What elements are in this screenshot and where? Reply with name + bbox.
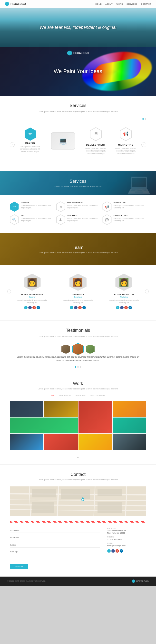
testimonial-avatar-1 xyxy=(61,344,71,354)
svg-text:🔍: 🔍 xyxy=(12,218,17,222)
dot-1[interactable] xyxy=(142,118,144,120)
map-svg xyxy=(10,486,146,516)
team-banner-text: Team Lorem ipsum dolor sit amet, consect… xyxy=(38,245,118,254)
team-card-terry: 👨 TERRY RICHARDSON Designer Lorem ipsum … xyxy=(11,271,53,312)
service-development: 🖥 DEVELOPMENT Lorem ipsum dolor sit amet… xyxy=(56,201,100,210)
testimonials-section: Testimonials Lorem ipsum dolor sit amet,… xyxy=(0,320,156,375)
work-item-2[interactable] xyxy=(44,401,78,417)
terry-twitter[interactable]: t xyxy=(24,306,27,309)
contact-google[interactable]: g xyxy=(116,549,119,553)
testimonial-quote: Lorem ipsum dolor sit amet, consectetur … xyxy=(15,355,141,363)
nav-home[interactable]: HOME xyxy=(95,3,102,5)
work-item-6-content xyxy=(113,418,146,434)
nav-contact[interactable]: CONTACT xyxy=(141,3,151,5)
team-prev-arrow[interactable]: ‹ xyxy=(7,290,11,294)
svg-text:📢: 📢 xyxy=(105,205,109,209)
dot-2[interactable] xyxy=(145,118,146,120)
work-item-3[interactable] xyxy=(78,401,112,434)
samantha-linkedin[interactable]: in xyxy=(82,306,86,309)
contact-map xyxy=(10,486,146,516)
email-input[interactable] xyxy=(10,535,100,540)
services-banner: 💻 Services Lorem ipsum dolor sit amet, c… xyxy=(0,171,156,195)
contact-subtitle: Lorem ipsum dolor sit amet, consectetur … xyxy=(10,478,146,482)
filter-branding[interactable]: BRANDING xyxy=(74,394,87,397)
service-seo-desc: Lorem ipsum dolor sit amet, consectetur … xyxy=(21,217,54,222)
submit-button[interactable]: SEND IT xyxy=(10,564,28,569)
work-item-4[interactable] xyxy=(113,401,146,417)
work-item-8-content xyxy=(44,434,78,450)
work-item-6[interactable] xyxy=(113,418,146,434)
nav-work[interactable]: WORK xyxy=(116,3,123,5)
work-item-5[interactable] xyxy=(10,418,78,434)
testimonials-title: Testimonials xyxy=(15,328,141,333)
t-dot-2[interactable] xyxy=(77,366,79,368)
samantha-google[interactable]: g xyxy=(78,306,82,309)
contact-form-area: SEND IT ADDRESS 1234 Lorem Ipsum St. New… xyxy=(10,528,146,569)
hero-text: We are fearless, independent & original xyxy=(40,25,117,30)
contact-section: Contact Lorem ipsum dolor sit amet, cons… xyxy=(0,464,156,576)
filter-photography[interactable]: PHOTOGRAPHY xyxy=(89,394,106,397)
testimonial-dots xyxy=(15,366,141,368)
work-item-1-content xyxy=(10,401,43,417)
name-input[interactable] xyxy=(10,528,100,533)
svg-text:✏: ✏ xyxy=(28,132,32,136)
work-item-1[interactable] xyxy=(10,401,43,417)
nav-about[interactable]: ABOUT xyxy=(105,3,113,5)
address-value: 1234 Lorem Ipsum St. xyxy=(107,530,146,532)
terry-linkedin[interactable]: in xyxy=(36,306,40,309)
work-item-3-content xyxy=(78,401,112,434)
member-alicia-desc: Lorem ipsum dolor sit amet, consectetur … xyxy=(105,299,143,304)
hero2-text: We Paint Your Ideas xyxy=(54,68,102,74)
services-grid: ✏ DESIGN Lorem ipsum dolor sit amet, con… xyxy=(0,195,156,233)
services1-title: Services xyxy=(10,103,146,108)
avatar-samantha: 👩 xyxy=(69,274,87,291)
service-dev-info: DEVELOPMENT Lorem ipsum dolor sit amet, … xyxy=(67,201,100,209)
terry-google[interactable]: g xyxy=(32,306,36,309)
alicia-twitter[interactable]: t xyxy=(116,306,120,309)
next-arrow[interactable]: › xyxy=(141,142,146,147)
svg-text:🖥: 🖥 xyxy=(59,205,62,209)
t-dot-1[interactable] xyxy=(75,366,76,368)
service-card-marketing: 📢 MARKETING Lorem ipsum dolor sit amet, … xyxy=(113,124,139,159)
service-design-desc: Lorem ipsum dolor sit amet, consectetur … xyxy=(21,204,54,209)
team-card-samantha: 👩 SAMANTHA Developer Lorem ipsum dolor s… xyxy=(57,271,99,312)
work-item-2-content xyxy=(44,401,78,417)
work-item-5-content xyxy=(10,418,78,434)
work-header: Work Lorem ipsum dolor sit amet, consect… xyxy=(10,381,146,391)
contact-facebook[interactable]: f xyxy=(111,549,115,553)
filter-all[interactable]: ALL xyxy=(50,394,56,397)
email-label: EMAIL xyxy=(107,542,146,544)
service-consulting-info: CONSULTING Lorem ipsum dolor sit amet, c… xyxy=(114,214,146,222)
work-item-9[interactable] xyxy=(78,434,112,450)
phone-value: +1 800 123 4567 xyxy=(107,538,146,540)
work-item-8[interactable] xyxy=(44,434,78,450)
member-terry-name: TERRY RICHARDSON xyxy=(13,293,51,295)
form-row-message xyxy=(10,550,100,560)
subject-input[interactable] xyxy=(10,542,100,548)
message-input[interactable] xyxy=(10,550,100,559)
samantha-twitter[interactable]: t xyxy=(70,306,73,309)
team-banner-subtitle: Lorem ipsum dolor sit amet, consectetur … xyxy=(38,252,118,254)
alicia-google[interactable]: g xyxy=(124,306,128,309)
work-item-7[interactable] xyxy=(10,434,43,450)
contact-social-icons: t f g in xyxy=(107,549,146,553)
alicia-facebook[interactable]: f xyxy=(120,306,124,309)
contact-twitter[interactable]: t xyxy=(107,549,111,553)
work-more-icon[interactable]: ⌄ xyxy=(76,454,80,459)
samantha-facebook[interactable]: f xyxy=(74,306,78,309)
terry-social: t f g in xyxy=(13,306,51,309)
prev-arrow[interactable]: ‹ xyxy=(10,142,15,147)
avatar-terry: 👨 xyxy=(24,274,41,291)
card-design-title: DESIGN xyxy=(19,142,41,144)
alicia-linkedin[interactable]: in xyxy=(129,306,132,309)
nav-services[interactable]: SERVICES xyxy=(127,3,137,5)
t-dot-3[interactable] xyxy=(80,366,81,368)
work-item-10[interactable] xyxy=(113,434,146,450)
contact-linkedin[interactable]: in xyxy=(120,549,123,553)
team-next-arrow[interactable]: › xyxy=(145,290,149,294)
svg-text:♟: ♟ xyxy=(59,218,62,222)
terry-facebook[interactable]: f xyxy=(28,306,32,309)
email-info: EMAIL hello@hexalogo.com xyxy=(107,542,146,547)
filter-webdesign[interactable]: WEBDESIGN xyxy=(58,394,72,397)
card-dev-title: DEVELOPMENT xyxy=(85,144,107,146)
